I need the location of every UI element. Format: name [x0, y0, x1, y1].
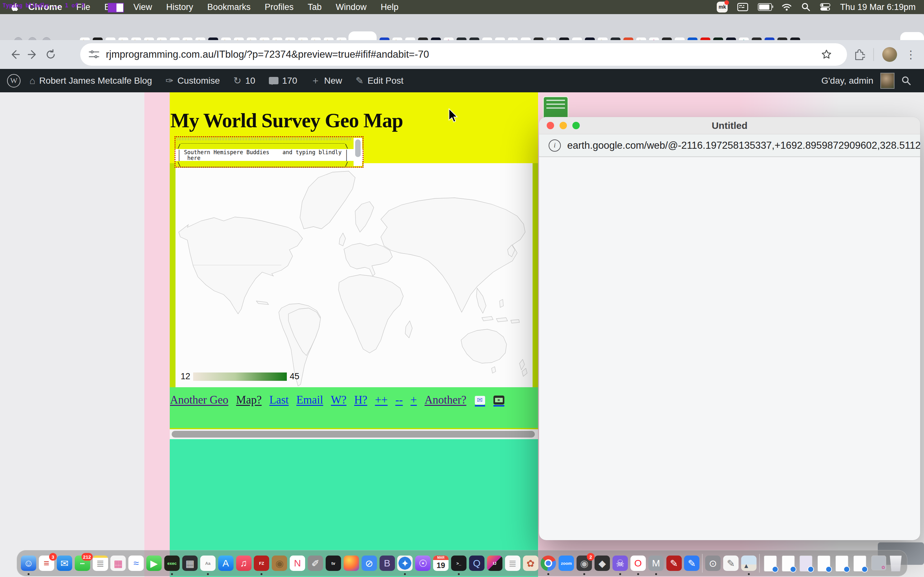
reminders-dock-icon[interactable]: ≡3 [39, 556, 54, 571]
spotlight-icon[interactable] [801, 3, 811, 11]
profile-avatar[interactable] [882, 47, 897, 62]
finder-dock-icon[interactable]: ☺ [21, 556, 36, 571]
minimized-window-dock-icon[interactable] [780, 556, 796, 571]
speech-bubble-textarea[interactable]: ________________________________________… [174, 136, 363, 168]
music-dock-icon[interactable]: ♫ [236, 556, 252, 571]
notes-doc-dock-icon[interactable]: ✎ [723, 556, 738, 571]
bronze-app-dock-icon[interactable]: ◉ [272, 556, 287, 571]
menu-item-window[interactable]: Window [336, 2, 367, 12]
trash-dock-icon[interactable] [888, 556, 903, 571]
link-map[interactable]: Map? [236, 394, 262, 406]
wifi-icon[interactable] [782, 3, 792, 11]
art-app-dock-icon[interactable]: ✿ [523, 556, 538, 571]
mk-menu-extra-icon[interactable]: mk [717, 2, 728, 13]
menu-item-tab[interactable]: Tab [308, 2, 322, 12]
back-button[interactable] [6, 45, 24, 63]
extensions-puzzle-icon[interactable] [853, 48, 865, 61]
zoom-dock-icon[interactable]: zoom [559, 556, 574, 571]
textarea-ascii-content[interactable]: ________________________________________… [176, 137, 363, 167]
filezilla-dock-icon[interactable]: FZ [254, 556, 269, 571]
app-store-dock-icon[interactable]: A [218, 556, 234, 571]
forward-button[interactable] [24, 45, 42, 63]
link-w[interactable]: W? [331, 394, 347, 406]
pager-link-icon[interactable]: ▦ [493, 396, 504, 406]
firefox-dock-icon[interactable] [344, 556, 359, 571]
bookmark-star-icon[interactable] [821, 49, 832, 60]
inkscape-dock-icon[interactable]: ◆ [594, 556, 610, 571]
wp-greeting[interactable]: G'day, admin [821, 76, 873, 86]
info-icon[interactable]: i [549, 139, 561, 152]
earth-window-titlebar[interactable]: Untitled [539, 117, 920, 134]
document-dock-icon[interactable]: ≣ [505, 556, 520, 571]
world-map[interactable] [176, 163, 533, 387]
mail-dock-icon[interactable]: ✉ [57, 556, 72, 571]
menu-item-bookmarks[interactable]: Bookmarks [207, 2, 250, 12]
red-editor-dock-icon[interactable]: ✎ [666, 556, 682, 571]
utility-app-dock-icon[interactable]: M [648, 556, 664, 571]
safari-dock-icon[interactable]: ✦ [397, 556, 413, 571]
accessibility-dock-icon[interactable]: ⊙ [705, 556, 720, 571]
link-link[interactable]: + [411, 394, 417, 406]
mail-link-icon[interactable]: ✉ [475, 396, 485, 406]
popup-minimize-button[interactable] [559, 122, 567, 129]
minimized-window-dock-icon[interactable] [834, 556, 849, 571]
chrome-menu-icon[interactable]: ⋮ [905, 51, 916, 58]
photo-preview-dock-icon[interactable]: ▲ [741, 556, 756, 571]
minimized-window-dock-icon[interactable] [816, 556, 831, 571]
minimized-doc-dock-icon[interactable] [762, 556, 778, 571]
wp-new-link[interactable]: ＋New [310, 74, 342, 87]
minimized-window-dock-icon[interactable] [852, 556, 867, 571]
link-email[interactable]: Email [296, 394, 323, 406]
bbedit-dock-icon[interactable]: B [380, 556, 395, 571]
australia-region[interactable] [461, 329, 507, 363]
menu-item-help[interactable]: Help [381, 2, 399, 12]
wp-edit-post-link[interactable]: ✎Edit Post [355, 75, 403, 86]
horizontal-scrollbar-thumb[interactable] [172, 431, 535, 438]
intellij-dock-icon[interactable]: IJ [487, 556, 502, 571]
battery-icon[interactable] [758, 3, 772, 11]
minimized-window-purple-dock-icon[interactable] [798, 556, 813, 571]
terminal-dock-icon[interactable]: >_ [451, 556, 467, 571]
quicktime-dock-icon[interactable]: Q [469, 556, 485, 571]
textarea-scrollbar[interactable] [354, 138, 362, 166]
apple-tv-dock-icon[interactable]: tv [326, 556, 341, 571]
self-service-dock-icon[interactable]: ⊘ [362, 556, 377, 571]
phone-mirroring-dock-icon[interactable]: ▦ [182, 556, 198, 571]
podcasts-dock-icon[interactable]: ☉ [415, 556, 431, 571]
wp-user-avatar[interactable] [880, 73, 895, 89]
exec-terminal-dock-icon[interactable]: exec [164, 556, 180, 571]
popup-close-button[interactable] [547, 122, 554, 129]
link-last[interactable]: Last [269, 394, 288, 406]
facetime-dock-icon[interactable]: ▶ [146, 556, 162, 571]
menu-clock[interactable]: Thu 19 Mar 6:19pm [840, 2, 916, 12]
launchpad-dock-icon[interactable]: ▦ [110, 556, 126, 571]
control-center-icon[interactable] [820, 3, 830, 11]
link-link[interactable]: -- [395, 394, 403, 406]
wp-site-link[interactable]: ⌂Robert James Metcalfe Blog [29, 75, 152, 86]
wordpress-logo[interactable]: W [7, 74, 21, 87]
gimp-dock-icon[interactable]: ✐ [308, 556, 323, 571]
popup-url-text[interactable]: earth.google.com/web/@-2116.197258135337… [567, 140, 920, 151]
url-text[interactable]: rjmprogramming.com.au/ITblog/?p=72374&pr… [106, 49, 429, 60]
wp-comments-link[interactable]: 170 [269, 76, 297, 86]
minimized-gray-dock-icon[interactable] [870, 556, 885, 571]
notes-dock-icon[interactable]: ≣ [93, 556, 108, 571]
menu-item-profiles[interactable]: Profiles [265, 2, 294, 12]
opera-dock-icon[interactable]: O [630, 556, 646, 571]
wp-updates-link[interactable]: ↻10 [233, 75, 255, 86]
omnibox[interactable]: rjmprogramming.com.au/ITblog/?p=72374&pr… [80, 43, 847, 66]
menu-item-history[interactable]: History [166, 2, 193, 12]
popup-url-bar[interactable]: i earth.google.com/web/@-2116.1972581353… [539, 134, 920, 157]
link-another[interactable]: Another? [425, 394, 466, 406]
link-link[interactable]: ++ [375, 394, 388, 406]
news-dock-icon[interactable]: N [290, 556, 305, 571]
popup-zoom-button[interactable] [572, 122, 580, 129]
horizontal-scrollbar[interactable] [170, 429, 538, 439]
messages-dock-icon[interactable]: •••212 [75, 556, 90, 571]
link-another-geo[interactable]: Another Geo [170, 394, 228, 406]
reload-button[interactable] [42, 45, 60, 63]
chrome-dock-icon[interactable] [541, 556, 556, 571]
graph-app-dock-icon[interactable]: ≈ [128, 556, 144, 571]
game-app-dock-icon[interactable]: ☠ [612, 556, 628, 571]
keyboard-icon[interactable] [737, 3, 748, 11]
